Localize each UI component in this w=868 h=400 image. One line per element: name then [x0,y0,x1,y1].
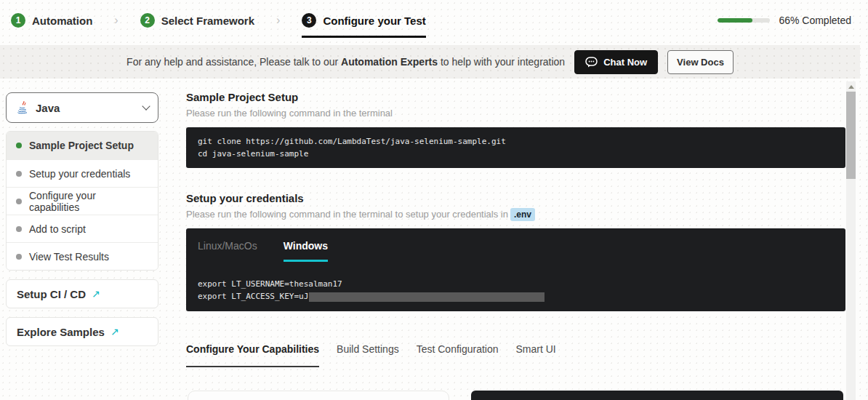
sidebar-item-label: View Test Results [29,251,109,263]
stepper-separator-icon: › [276,14,280,27]
tab-windows[interactable]: Windows [284,240,328,262]
step-status-dot [16,226,22,232]
main-content: Sample Project Setup Please run the foll… [186,85,845,367]
stepper-step-select-framework[interactable]: 2 Select Framework [140,0,254,41]
scroll-up-arrow-icon[interactable] [848,85,854,89]
tab-smart-ui[interactable]: Smart UI [516,343,556,367]
step-number-badge: 1 [11,13,25,28]
view-docs-label: View Docs [677,57,724,68]
capabilities-form-panel [188,391,449,400]
chat-now-label: Chat Now [603,57,647,68]
access-key-prefix: export LT_ACCESS_KEY=uJ [198,292,308,301]
sidebar-item-label: Configure your capabilities [29,190,148,213]
credentials-subtitle-text: Please run the following command in the … [186,209,508,220]
access-key-code-line: export LT_ACCESS_KEY=uJ [198,290,834,303]
sample-project-setup-section: Sample Project Setup Please run the foll… [186,85,845,168]
step-status-dot [16,199,22,204]
sidebar-item-label: Add to script [29,223,86,235]
credentials-code[interactable]: export LT_USERNAME=thesalman17 export LT… [186,262,845,303]
sidebar-item-setup-credentials[interactable]: Setup your credentials [7,159,158,187]
explore-samples-link[interactable]: Explore Samples ↗ [6,317,158,346]
sidebar-item-add-to-script[interactable]: Add to script [7,215,158,242]
step-status-dot [16,171,22,177]
vertical-scrollbar[interactable] [846,81,856,400]
setup-credentials-section: Setup your credentials Please run the fo… [186,192,845,311]
wizard-stepper: 1 Automation › 2 Select Framework › 3 Co… [0,0,868,41]
sidebar-item-view-test-results[interactable]: View Test Results [7,242,158,270]
sidebar-item-label: Setup your credentials [29,168,130,180]
progress-bar [718,18,770,23]
credentials-code-block: Linux/MacOs Windows export LT_USERNAME=t… [186,228,845,311]
step-label: Automation [32,15,92,27]
git-clone-code-block[interactable]: git clone https://github.com/LambdaTest/… [186,127,845,168]
tab-linux-macos[interactable]: Linux/MacOs [198,240,257,262]
language-selector[interactable]: Java [6,92,158,123]
setup-ci-cd-label: Setup CI / CD [17,288,86,300]
tab-build-settings[interactable]: Build Settings [337,343,399,367]
step-number-badge: 2 [140,13,155,28]
os-tabs: Linux/MacOs Windows [186,228,845,262]
setup-steps-nav: Sample Project Setup Setup your credenti… [6,131,158,271]
explore-samples-label: Explore Samples [17,326,105,338]
chat-now-button[interactable]: Chat Now [574,50,658,74]
chat-bubble-icon [585,57,598,68]
step-label: Select Framework [161,15,254,27]
java-icon [15,100,30,115]
language-selector-value: Java [36,102,137,114]
external-link-icon: ↗ [92,288,100,300]
stepper-step-automation[interactable]: 1 Automation [11,0,92,41]
section-title: Sample Project Setup [186,91,845,103]
sidebar-item-label: Sample Project Setup [29,140,134,151]
progress-label: 66% Completed [779,15,851,26]
help-banner-text: For any help and assistance, Please talk… [126,56,565,68]
capabilities-code-panel [471,391,843,400]
stepper-step-configure-test[interactable]: 3 Configure your Test [302,0,425,41]
code-line: cd java-selenium-sample [198,148,834,160]
step-number-badge: 3 [302,13,316,28]
sidebar-item-configure-capabilities[interactable]: Configure your capabilities [7,187,158,215]
step-status-dot [16,254,22,260]
progress-bar-fill [718,18,752,23]
chevron-down-icon [142,102,150,110]
section-subtitle: Please run the following command in the … [186,209,845,220]
section-title: Setup your credentials [186,192,845,204]
access-key-redacted [309,292,544,302]
step-status-dot [16,143,22,148]
sidebar-item-sample-project-setup[interactable]: Sample Project Setup [7,132,158,159]
help-text-bold: Automation Experts [341,56,438,68]
setup-sidebar: Java Sample Project Setup Setup your cre… [6,92,158,346]
help-text-prefix: For any help and assistance, Please talk… [126,56,341,68]
scrollbar-thumb[interactable] [846,92,856,179]
tab-configure-capabilities[interactable]: Configure Your Capabilities [186,343,319,367]
code-line: git clone https://github.com/LambdaTest/… [198,135,834,148]
username-code-line: export LT_USERNAME=thesalman17 [198,278,834,290]
completion-progress: 66% Completed [718,0,851,41]
section-subtitle: Please run the following command in the … [186,108,845,119]
configuration-tabs: Configure Your Capabilities Build Settin… [186,343,845,367]
external-link-icon: ↗ [110,326,119,337]
help-banner: For any help and assistance, Please talk… [0,45,860,79]
stepper-separator-icon: › [114,14,118,27]
tab-test-configuration[interactable]: Test Configuration [417,343,499,367]
env-file-badge: .env [510,208,535,221]
setup-ci-cd-link[interactable]: Setup CI / CD ↗ [6,279,158,308]
step-label: Configure your Test [323,15,425,27]
view-docs-button[interactable]: View Docs [667,50,734,74]
help-text-suffix: to help with your integration [438,56,565,68]
